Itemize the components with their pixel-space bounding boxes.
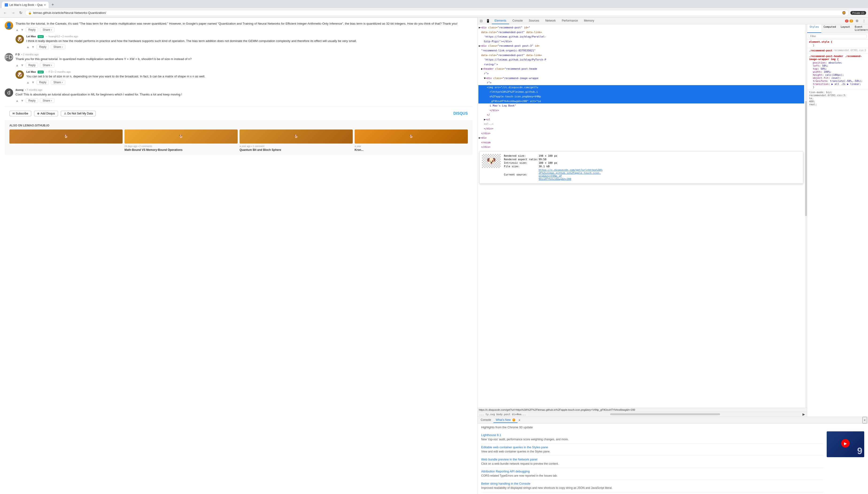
styles-tab-styles[interactable]: Styles <box>807 24 821 33</box>
styles-tab-computed[interactable]: Computed <box>821 24 838 33</box>
downvote-3[interactable]: ▼ <box>21 63 24 67</box>
tab-close-button[interactable]: × <box>44 3 46 7</box>
feature-web-bundle-title[interactable]: Web bundle preview in the Network panel <box>481 458 824 461</box>
el-line-7[interactable]: data-role="recommended-post" data-link= <box>478 53 804 58</box>
el-line-26[interactable]: </div> <box>478 145 804 149</box>
source-url-link[interactable]: https://c.disquscdn.com/get?url=https%3A… <box>539 168 603 180</box>
settings-icon[interactable]: ⚙ <box>854 18 860 24</box>
share-button-2[interactable]: Share › <box>51 44 65 49</box>
tab-console[interactable]: Console <box>510 18 526 24</box>
tab-network[interactable]: Network <box>543 18 559 24</box>
also-on-card-3[interactable]: 🐕 a year Kron... <box>355 130 468 152</box>
el-line-16[interactable]: _gF9OzuHTYk4vs6bwg&h=200" alt="Le <box>478 99 804 104</box>
el-line-18[interactable]: </div> <box>478 108 804 113</box>
upvote-1[interactable]: ▲ <box>16 28 19 32</box>
reply-button-3[interactable]: Reply <box>26 63 38 68</box>
active-tab[interactable]: Lei Mao's Log Book – Qua × <box>2 2 49 8</box>
reply-button-1[interactable]: Reply <box>26 27 38 32</box>
upvote-5[interactable]: ▲ <box>16 99 19 102</box>
el-line-19[interactable]: </ <box>478 113 804 117</box>
reply-button-5[interactable]: Reply <box>26 98 38 103</box>
forward-button[interactable]: → <box>10 10 16 16</box>
tab-performance[interactable]: Performance <box>559 18 581 24</box>
el-line-4[interactable]: Gzip-Pigz/'></div> <box>478 39 804 44</box>
upvote-4[interactable]: ▲ <box>26 80 30 84</box>
el-line-1[interactable]: ▶<div class="recommend-post" id=" <box>478 25 804 30</box>
styles-tab-event-listeners[interactable]: Event Listeners <box>852 24 868 33</box>
statusbar-scrollbar-h[interactable] <box>528 413 802 415</box>
also-on-thumb-3: 🐕 <box>355 130 468 144</box>
el-line-10[interactable]: ▶<header class="recommend-post-heade <box>478 66 804 71</box>
reply-button-4[interactable]: Reply <box>37 80 49 85</box>
more-options-icon[interactable]: ⋮ <box>861 18 867 24</box>
upvote-3[interactable]: ▲ <box>16 63 19 67</box>
el-line-25[interactable]: <recom <box>478 140 804 145</box>
el-line-12[interactable]: ▼<div class="recommend-image-wrappe <box>478 76 804 81</box>
share-button-4[interactable]: Share › <box>51 80 65 85</box>
elements-tree[interactable]: ▶<div class="recommend-post" id=" data-r… <box>477 24 805 408</box>
styles-prop-transform: transform: translate(-50%,-50%); <box>813 79 866 82</box>
feature-string-title[interactable]: Better string handling in the Console <box>481 482 824 485</box>
add-disqus-button[interactable]: ⊕ Add Disqus <box>34 111 58 116</box>
refresh-button[interactable]: ↻ <box>18 10 24 16</box>
new-tab-button[interactable]: + <box>50 1 56 8</box>
tab-elements[interactable]: Elements <box>492 18 509 24</box>
tab-memory[interactable]: Memory <box>581 18 597 24</box>
el-line-2[interactable]: data-role="recommended-post" data-link= <box>478 30 804 35</box>
el-line-24[interactable]: ▶<div <box>478 136 804 140</box>
el-line-9[interactable]: runing/'> <box>478 62 804 67</box>
play-button[interactable]: ▶ <box>841 439 850 448</box>
el-line-13[interactable]: r"> <box>478 80 804 85</box>
el-line-21[interactable]: ><!--→ <box>478 122 804 127</box>
downvote-5[interactable]: ▼ <box>21 99 24 102</box>
styles-tab-layout[interactable]: Layout <box>838 24 852 33</box>
downvote-2[interactable]: ▼ <box>32 45 35 49</box>
el-line-6[interactable]: "recommend-link-organic-8379535021" <box>478 48 804 53</box>
share-button-3[interactable]: Share › <box>40 63 54 68</box>
share-button-1[interactable]: Share › <box>40 27 54 32</box>
whats-new-panel: Highlights from the Chrome 93 update Lig… <box>477 424 868 494</box>
device-icon[interactable]: 📱 <box>485 18 491 24</box>
subscribe-button[interactable]: ✉ Subscribe <box>10 111 31 116</box>
file-val: 30.1 kB <box>539 165 603 168</box>
el-line-17[interactable]: i Mao's Log Book" <box>478 103 804 108</box>
close-all-button[interactable]: × <box>862 417 867 423</box>
feature-container-title[interactable]: Editable web container queries in the St… <box>481 445 824 449</box>
el-line-14[interactable]: rlhttps%3A%2F%2Fleimao.github.i <box>478 90 804 94</box>
upvote-2[interactable]: ▲ <box>26 45 30 49</box>
el-line-20[interactable]: ▶<ul <box>478 117 804 122</box>
inspect-icon[interactable]: ⊡ <box>478 18 484 24</box>
comment-meta-4: Lei Mao Mod → F D • 2 months ago <box>26 70 472 73</box>
reply-button-2[interactable]: Reply <box>37 44 49 49</box>
also-on-card-2[interactable]: 🐕 a year ago • 1 comment Quantum Bit and… <box>239 130 353 152</box>
address-bar[interactable]: 🔒 leimao.github.io/article/Neural-Networ… <box>25 10 849 16</box>
avatar-4: 🐶 <box>16 70 24 79</box>
el-line-11[interactable]: r"> <box>478 71 804 76</box>
reply-to-2: → huangh12 • 2 months ago <box>45 35 78 38</box>
elements-scrollbar-v[interactable] <box>805 24 807 408</box>
el-line-22[interactable]: </div> <box>478 127 804 131</box>
bottom-tab-whats-new[interactable]: What's New * <box>493 417 518 423</box>
el-line-8[interactable]: 'https://leimao.github.io/blog/PyTorch-P <box>478 57 804 62</box>
whats-new-video[interactable]: ▶ 9 <box>827 431 864 457</box>
el-line-23[interactable]: </div> <box>478 131 804 136</box>
whats-new-close-tab[interactable]: × <box>518 418 521 422</box>
resize-handle[interactable]: ▶ <box>802 412 805 416</box>
feature-attribution-title[interactable]: Attribution Reporting API debugging <box>481 470 824 473</box>
also-on-card-1[interactable]: 🐕 24 days ago • 2 comments Math-Bound VS… <box>125 130 238 152</box>
downvote-4[interactable]: ▼ <box>32 80 35 84</box>
back-button[interactable]: ← <box>2 10 8 16</box>
el-line-3[interactable]: 'https://leimao.github.io/blog/Parallel- <box>478 35 804 39</box>
el-line-15[interactable]: o%2Fapple-touch-icon.png&key=V4Np <box>478 94 804 99</box>
el-line-selected[interactable]: <img src="//c.disquscdn.com/get?u <box>478 85 804 90</box>
downvote-1[interactable]: ▼ <box>21 28 24 32</box>
share-button-5[interactable]: Share › <box>40 98 54 103</box>
no-sell-button[interactable]: ⚠ Do Not Sell My Data <box>61 111 96 116</box>
feature-lighthouse-title[interactable]: Lighthouse 8.1 <box>481 433 824 437</box>
styles-filter-input[interactable] <box>809 34 867 38</box>
styles-prop-transition: transition: ▶ all .2s ▶ linear; <box>813 82 866 86</box>
el-line-5[interactable]: ▶<div class="recommend-post post-3" id= <box>478 44 804 48</box>
bottom-tab-console[interactable]: Console <box>478 417 493 423</box>
tab-sources[interactable]: Sources <box>526 18 542 24</box>
aspect-label: Rendered aspect ratio: <box>504 158 538 161</box>
